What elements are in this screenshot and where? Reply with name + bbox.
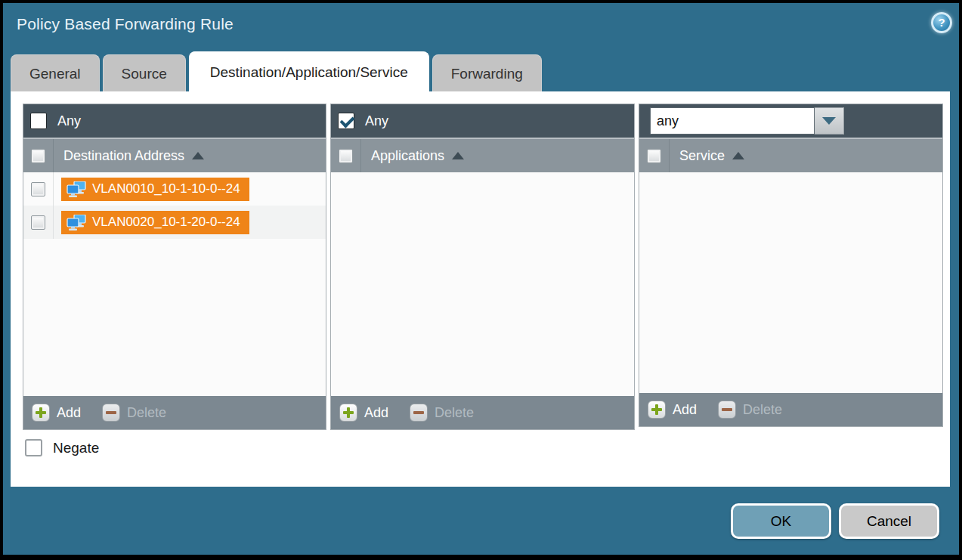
destination-toolbar: Add Delete [23, 396, 326, 429]
tab-source[interactable]: Source [103, 54, 186, 92]
service-header-checkbox-cell [639, 139, 670, 172]
address-object-vlan0020[interactable]: VLAN0020_10-1-20-0--24 [61, 211, 249, 234]
service-delete-button[interactable] [718, 401, 736, 419]
destination-header-checkbox[interactable] [31, 149, 45, 163]
delete-minus-icon [410, 404, 428, 422]
tab-destination-application-service[interactable]: Destination/Application/Service [189, 51, 429, 92]
applications-list [331, 172, 634, 396]
tab-content: Any Destination Address [11, 91, 950, 487]
address-object-label: VLAN0010_10-1-10-0--24 [92, 181, 240, 196]
applications-header-cell[interactable]: Applications [361, 139, 464, 172]
applications-header-label: Applications [371, 148, 444, 164]
applications-header-checkbox-cell [331, 139, 361, 172]
address-object-label: VLAN0020_10-1-20-0--24 [92, 215, 240, 230]
applications-delete-button[interactable] [410, 404, 428, 422]
network-address-icon [67, 215, 86, 230]
service-toolbar: Add Delete [639, 393, 942, 426]
address-object-vlan0010[interactable]: VLAN0010_10-1-10-0--24 [61, 178, 249, 201]
add-button-label: Add [673, 402, 697, 418]
destination-address-panel: Any Destination Address [23, 104, 326, 430]
network-address-icon [67, 181, 86, 197]
service-header-checkbox[interactable] [647, 149, 661, 163]
negate-label: Negate [53, 440, 99, 456]
delete-button-label: Delete [435, 405, 474, 421]
tab-bar: General Source Destination/Application/S… [11, 51, 545, 92]
service-header-label: Service [679, 148, 725, 164]
sort-ascending-icon [452, 152, 464, 159]
service-header-row: Service [639, 138, 942, 172]
delete-minus-icon [102, 404, 120, 422]
dialog-title: Policy Based Forwarding Rule [17, 15, 234, 33]
applications-toolbar: Add Delete [331, 396, 634, 429]
add-button-label: Add [57, 405, 81, 421]
sort-ascending-icon [192, 152, 204, 159]
service-list [639, 172, 942, 393]
destination-any-row: Any [23, 104, 326, 138]
add-button-label: Add [364, 405, 388, 421]
applications-header-row: Applications [331, 138, 634, 172]
applications-any-row: Any [331, 104, 634, 138]
destination-any-label: Any [57, 113, 81, 129]
service-dropdown [650, 107, 844, 135]
row-content: VLAN0020_10-1-20-0--24 [54, 206, 249, 239]
row-content: VLAN0010_10-1-10-0--24 [54, 172, 249, 206]
help-icon[interactable]: ? [931, 12, 952, 33]
row-checkbox[interactable] [31, 182, 45, 196]
policy-based-forwarding-dialog: Policy Based Forwarding Rule ? General S… [0, 0, 962, 560]
row-checkbox-cell [23, 206, 54, 239]
tab-general[interactable]: General [11, 54, 100, 92]
applications-panel: Any Applications Add [330, 104, 635, 430]
tab-forwarding[interactable]: Forwarding [432, 54, 542, 92]
table-row: VLAN0020_10-1-20-0--24 [23, 206, 326, 239]
destination-add-button[interactable]: Add [32, 404, 81, 422]
negate-row: Negate [25, 439, 99, 456]
service-dropdown-button[interactable] [815, 107, 844, 135]
cancel-button[interactable]: Cancel [839, 503, 939, 539]
service-dropdown-input[interactable] [650, 107, 815, 135]
destination-any-checkbox[interactable] [30, 113, 47, 129]
ok-button[interactable]: OK [731, 503, 831, 539]
service-header-cell[interactable]: Service [670, 139, 744, 172]
service-add-button[interactable]: Add [648, 401, 697, 419]
add-plus-icon [339, 404, 357, 422]
applications-add-button[interactable]: Add [339, 404, 388, 422]
chevron-down-icon [822, 117, 836, 125]
row-checkbox[interactable] [31, 215, 45, 230]
add-plus-icon [32, 404, 50, 422]
row-checkbox-cell [23, 172, 54, 206]
destination-delete-button[interactable] [102, 404, 120, 422]
table-row: VLAN0010_10-1-10-0--24 [23, 172, 326, 206]
service-panel: Service Add Delete [639, 104, 943, 427]
destination-header-row: Destination Address [23, 138, 326, 172]
delete-button-label: Delete [127, 405, 166, 421]
applications-any-label: Any [365, 113, 388, 129]
applications-any-checkbox[interactable] [338, 113, 354, 129]
destination-header-cell[interactable]: Destination Address [54, 139, 204, 172]
sort-ascending-icon [732, 152, 744, 159]
delete-button-label: Delete [743, 402, 782, 418]
applications-header-checkbox[interactable] [339, 149, 353, 163]
negate-checkbox[interactable] [25, 439, 42, 456]
destination-header-checkbox-cell [23, 139, 54, 172]
destination-list: VLAN0010_10-1-10-0--24 [23, 172, 326, 396]
add-plus-icon [648, 401, 666, 419]
delete-minus-icon [718, 401, 736, 419]
destination-header-label: Destination Address [63, 148, 184, 164]
service-dropdown-row [639, 104, 942, 138]
